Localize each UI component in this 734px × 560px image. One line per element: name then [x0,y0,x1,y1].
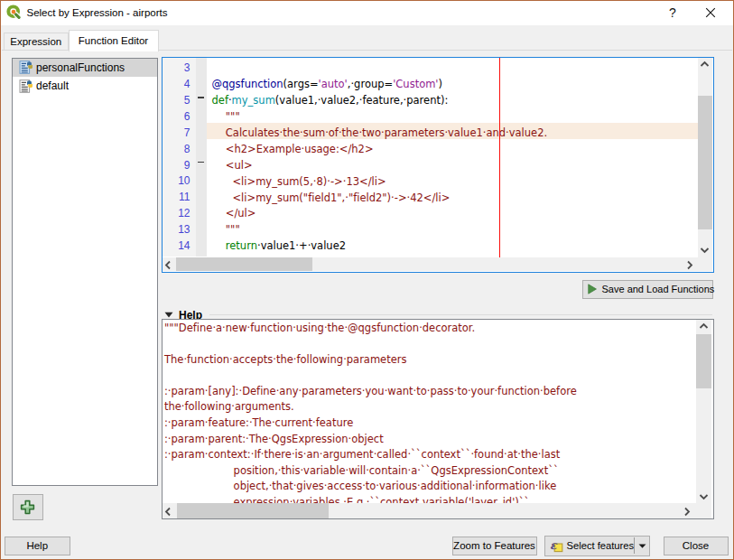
collapse-triangle-icon [164,312,173,318]
scroll-left-button[interactable] [163,503,176,518]
help-text-line: :·param·feature:·The·current·feature [163,415,696,432]
edge-marker-line [499,58,500,257]
new-function-button[interactable] [13,494,43,520]
dialog-window: Select by Expression - airports ? Expres… [0,0,734,560]
scroll-arrow-up-icon [700,61,710,68]
green-play-icon [588,284,597,294]
window-close-button[interactable] [689,1,731,24]
code-line-8: 8<h2>Example·usage:</h2> [163,139,699,155]
scrollbar-thumb[interactable] [176,257,312,272]
line-number: 13 [163,220,190,237]
scroll-right-button[interactable] [682,503,695,518]
code-line-4: 4@qgsfunction(args='auto',·group='Custom… [163,75,699,91]
qgis-logo-icon [6,5,22,20]
scrollbar-corner [696,503,711,518]
dropdown-arrow-icon [638,544,646,548]
line-number: 6 [163,107,190,123]
code-text: return·value1·+·value2 [212,238,347,255]
scrollbar-corner [699,257,712,272]
scroll-arrow-down-icon [700,247,710,254]
green-plus-icon [20,499,35,515]
help-text-line: The·function·accepts·the·following·param… [163,352,696,369]
help-group-frame-line [209,314,712,315]
code-line-5: 5def·my_sum(value1,·value2,·feature,·par… [163,90,699,107]
scroll-arrow-right-icon [686,260,696,267]
scroll-arrow-up-icon [699,322,709,330]
expression-select-icon: ε [550,538,564,553]
scroll-arrow-down-icon [699,493,709,500]
help-text-line: the·following·arguments. [163,399,696,415]
title-bar: Select by Expression - airports ? [1,1,733,25]
function-file-list: personalFunctions default [12,58,159,486]
code-line-9: 9<ul> [163,155,699,172]
window-title: Select by Expression - airports [27,1,168,24]
line-number: 9 [163,155,190,172]
scroll-down-button[interactable] [696,490,711,504]
scrollbar-thumb[interactable] [696,334,711,388]
help-vertical-scrollbar[interactable] [696,320,711,504]
select-features-button[interactable]: ε Select features [544,536,651,556]
scroll-arrow-left-icon [164,507,174,514]
help-text-line: :·param·context:·If·there·is·an·argument… [163,447,696,463]
code-lines: 34@qgsfunction(args='auto',·group='Custo… [163,59,699,257]
help-text-line [163,336,696,352]
help-text-line: object,·that·gives·access·to·various·add… [163,479,696,495]
tab-expression[interactable]: Expression [4,33,70,51]
code-editor[interactable]: 34@qgsfunction(args='auto',·group='Custo… [162,57,714,274]
editor-surface: 34@qgsfunction(args='auto',·group='Custo… [163,58,713,273]
line-number: 11 [163,188,190,204]
scroll-right-button[interactable] [684,257,698,272]
close-button[interactable]: Close [664,537,729,556]
code-line-12: 12</ul> [163,204,699,220]
scroll-arrow-right-icon [683,507,693,514]
help-text-panel[interactable]: """Define·a·new·function·using·the·@qgsf… [162,319,714,519]
line-number: 3 [163,59,190,75]
line-number: 10 [163,172,190,188]
help-text-line: position,·this·variable·will·contain·a·`… [163,463,696,480]
code-line-7: 7Calculates·the·sum·of·the·two·parameter… [163,123,699,139]
help-text-line [163,368,696,384]
help-horizontal-scrollbar[interactable] [163,503,696,518]
code-line-10: 10<li>my_sum(5,·8)·->·13</li> [163,172,699,188]
editor-vertical-scrollbar[interactable] [698,58,712,257]
help-text-line: :·param·[any]:·Define·any·parameters·you… [163,384,696,400]
help-text-line: """Define·a·new·function·using·the·@qgsf… [163,321,696,337]
scrollbar-thumb[interactable] [177,503,329,518]
scroll-arrow-left-icon [164,260,174,267]
help-text-line: expression·variables.·E.g.·``context.var… [163,495,696,502]
line-number: 12 [163,204,190,220]
editor-horizontal-scrollbar[interactable] [163,257,699,272]
zoom-to-features-button[interactable]: Zoom to Features [452,537,537,556]
help-text-line: :·param·parent:·The·QgsExpression·object [163,432,696,448]
code-line-11: 11<li>my_sum("field1",·"field2")·->·42</… [163,188,699,204]
line-number: 14 [163,236,190,252]
line-number: 4 [163,75,190,91]
function-list-label: default [36,79,69,92]
scroll-down-button[interactable] [698,244,712,257]
select-features-label: Select features [567,540,635,551]
close-icon [705,7,716,18]
function-list-label: personalFunctions [36,61,125,74]
code-line-6: 6""" [163,107,699,123]
help-button[interactable]: Help [5,537,71,556]
code-line-14: 14return·value1·+·value2 [163,236,699,252]
scrollbar-thumb[interactable] [698,96,712,229]
python-file-icon [19,79,33,93]
help-text: """Define·a·new·function·using·the·@qgsf… [163,321,696,503]
function-list-item-personalFunctions[interactable]: personalFunctions [13,59,158,78]
line-number: 5 [163,90,190,107]
fold-minus-icon[interactable] [198,162,205,163]
scroll-up-button[interactable] [698,58,712,71]
function-list-item-default[interactable]: default [13,77,158,96]
select-dropdown-arrow[interactable] [635,537,650,555]
line-number: 8 [163,139,190,155]
code-line-13: 13""" [163,220,699,237]
scroll-left-button[interactable] [163,257,176,272]
save-load-label: Save and Load Functions [599,284,715,294]
scroll-up-button[interactable] [696,320,711,333]
fold-minus-icon[interactable] [198,97,205,98]
code-line-3: 3 [163,59,699,75]
line-number: 7 [163,123,190,139]
save-and-load-functions-button[interactable]: Save and Load Functions [582,280,713,300]
tab-function-editor[interactable]: Function Editor [69,30,159,52]
